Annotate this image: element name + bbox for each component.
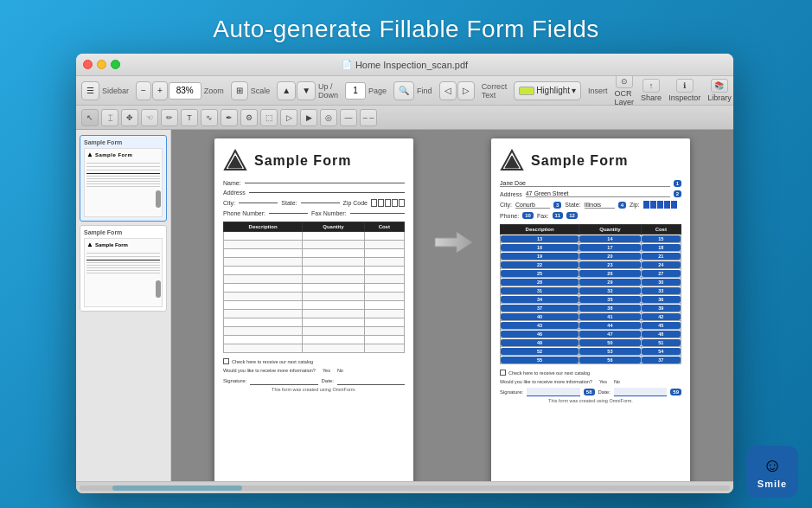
svg-marker-1 bbox=[228, 156, 242, 168]
badge-3: 3 bbox=[553, 202, 561, 209]
zoom-input[interactable] bbox=[169, 82, 201, 100]
table-row: 222324 bbox=[501, 260, 681, 269]
table-row: 373839 bbox=[501, 304, 681, 312]
th-cost-right: Cost bbox=[641, 225, 681, 235]
tool-7[interactable]: ∿ bbox=[201, 109, 218, 126]
title-bar: 📄 Home Inspection_scan.pdf bbox=[76, 54, 733, 76]
tool-14[interactable]: — bbox=[340, 109, 357, 126]
share-button[interactable]: ↑ Share bbox=[641, 79, 662, 102]
table-row bbox=[224, 249, 405, 258]
th-cost-left: Cost bbox=[364, 222, 404, 232]
sidebar-toggle-button[interactable]: ☰ bbox=[81, 81, 99, 100]
date-badge: 59 bbox=[670, 389, 681, 395]
tool-5[interactable]: ✏ bbox=[161, 109, 178, 126]
zip-box-1 bbox=[371, 199, 377, 207]
more-info-row-left: Would you like to receive more informati… bbox=[223, 368, 405, 373]
zip-box-3 bbox=[385, 199, 391, 207]
name-label-left: Name: bbox=[223, 180, 241, 186]
tool-10[interactable]: ⬚ bbox=[260, 109, 278, 126]
highlight-dropdown-icon[interactable]: ▾ bbox=[572, 86, 576, 95]
badge-11: 11 bbox=[553, 212, 564, 219]
fax-line-left bbox=[350, 213, 406, 214]
form-table-left: Description Quantity Cost bbox=[223, 222, 405, 353]
insert-label: Insert bbox=[588, 87, 608, 95]
library-button[interactable]: 📚 Library bbox=[707, 79, 732, 102]
thumbnail-1[interactable]: Sample Form ▲ Sample Form bbox=[80, 135, 167, 222]
checkbox-catalog-right[interactable] bbox=[500, 370, 506, 376]
form-logo-left bbox=[223, 149, 247, 173]
correct-text-label: Correct Text bbox=[482, 82, 508, 100]
scroll-thumb[interactable] bbox=[112, 485, 242, 491]
tool-11[interactable]: ▷ bbox=[280, 109, 297, 126]
window-title: 📄 Home Inspection_scan.pdf bbox=[342, 60, 468, 70]
date-line-left bbox=[337, 376, 405, 385]
checkbox-catalog-left[interactable] bbox=[223, 358, 229, 364]
address-label-left: Address bbox=[223, 190, 246, 196]
sidebar-label: Sidebar bbox=[102, 87, 129, 95]
nav-back-button[interactable]: ◁ bbox=[439, 81, 457, 100]
zoom-out-button[interactable]: − bbox=[136, 81, 151, 100]
find-group: 🔍 Find bbox=[393, 81, 434, 100]
table-row: 343536 bbox=[501, 295, 681, 304]
ocr-layer-button[interactable]: ⊙ OCR Layer bbox=[615, 74, 635, 106]
tool-15[interactable]: – – bbox=[360, 109, 377, 126]
form-header-right: Sample Form bbox=[500, 149, 681, 173]
table-row bbox=[224, 241, 405, 249]
table-row: 282930 bbox=[501, 278, 681, 286]
tool-13[interactable]: ◎ bbox=[320, 109, 337, 126]
tool-4[interactable]: ☜ bbox=[141, 109, 158, 126]
badge-10: 10 bbox=[522, 212, 534, 219]
find-button[interactable]: 🔍 bbox=[393, 81, 414, 100]
sig-line-left bbox=[250, 376, 317, 385]
city-row-left: City: State: Zip Code bbox=[223, 199, 405, 207]
form-title-right: Sample Form bbox=[531, 153, 628, 169]
tool-6[interactable]: T bbox=[181, 109, 198, 126]
minimize-button[interactable] bbox=[97, 60, 106, 69]
smile-logo: ☺ Smile bbox=[746, 446, 798, 498]
scale-button[interactable]: ⊞ bbox=[231, 81, 248, 100]
nav-fwd-button[interactable]: ▷ bbox=[457, 81, 475, 100]
table-row bbox=[224, 344, 405, 353]
phone-row-right: Phone: 10 Fax: 11 12 bbox=[500, 212, 681, 219]
up-button[interactable]: ▲ bbox=[277, 81, 296, 100]
page-title: Auto-generate Fillable Form Fields bbox=[0, 0, 812, 52]
sig-line-right bbox=[527, 388, 579, 396]
highlight-button[interactable]: Highlight ▾ bbox=[514, 81, 581, 100]
form-header-left: Sample Form bbox=[223, 149, 405, 173]
thumb2-scrollbar bbox=[156, 280, 161, 298]
table-row: 495051 bbox=[501, 338, 681, 347]
maximize-button[interactable] bbox=[111, 60, 120, 69]
sig-label-right: Signature: bbox=[500, 389, 523, 395]
table-row bbox=[224, 284, 405, 293]
tool-text-select[interactable]: ⌶ bbox=[101, 109, 118, 126]
page-input[interactable] bbox=[345, 82, 366, 100]
tool-9[interactable]: ⚙ bbox=[240, 109, 258, 126]
secondary-toolbar: ↖ ⌶ ✥ ☜ ✏ T ∿ ✒ ⚙ ⬚ ▷ ▶ ◎ — – – bbox=[76, 106, 733, 130]
scroll-area[interactable] bbox=[76, 481, 733, 493]
zip-box-r3 bbox=[657, 201, 663, 209]
zip-box-r2 bbox=[650, 201, 656, 209]
table-row bbox=[224, 258, 405, 267]
th-desc-right: Description bbox=[501, 225, 579, 235]
no-label-left: No bbox=[337, 368, 343, 373]
tool-select[interactable]: ↖ bbox=[81, 109, 99, 126]
tool-3[interactable]: ✥ bbox=[121, 109, 138, 126]
name-line-left bbox=[245, 183, 405, 183]
th-desc-left: Description bbox=[224, 222, 303, 232]
down-button[interactable]: ▼ bbox=[297, 81, 316, 100]
zip-box-2 bbox=[378, 199, 384, 207]
document-area[interactable]: Sample Form Name: Address City: State: Z… bbox=[171, 130, 733, 481]
tool-8[interactable]: ✒ bbox=[221, 109, 238, 126]
sidebar[interactable]: Sample Form ▲ Sample Form bbox=[76, 130, 171, 481]
table-row: 192021 bbox=[501, 252, 681, 260]
tool-12[interactable]: ▶ bbox=[300, 109, 317, 126]
zoom-in-button[interactable]: + bbox=[152, 81, 168, 100]
inspector-button[interactable]: ℹ Inspector bbox=[668, 79, 700, 102]
close-button[interactable] bbox=[83, 60, 93, 69]
city-value-right: Conurb bbox=[515, 202, 550, 209]
checkbox-row-right: Check here to receive our next catalog bbox=[500, 370, 681, 376]
scroll-track[interactable] bbox=[80, 485, 730, 491]
thumbnail-2[interactable]: Sample Form ▲ Sample Form bbox=[80, 225, 167, 312]
thumb2-form: ▲ Sample Form bbox=[84, 238, 163, 307]
state-label-left: State: bbox=[281, 200, 297, 206]
